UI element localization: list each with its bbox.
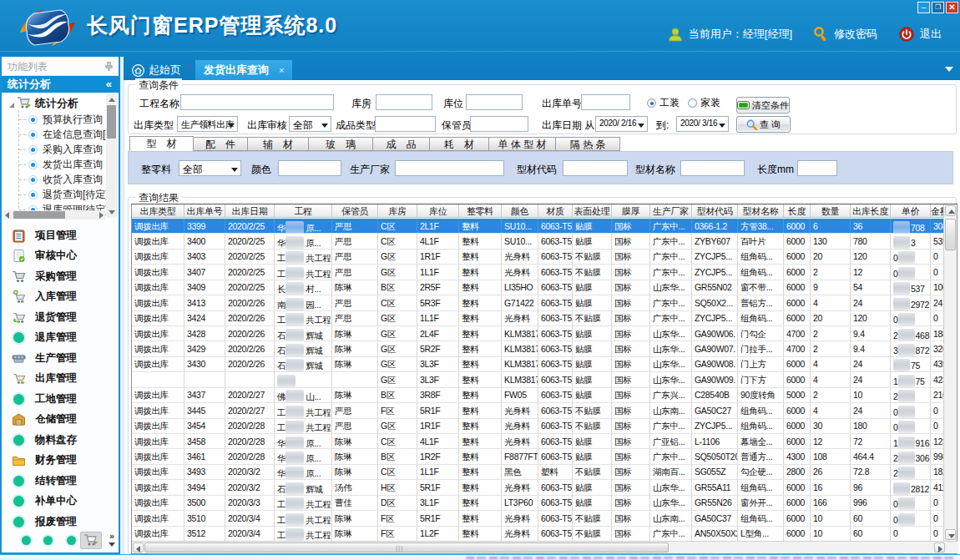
tree-item-0[interactable]: 预算执行查询 — [2, 112, 103, 127]
table-row-8[interactable]: 调拨出库34292020/2/26石辉城陈琳G区5R2F整料KLM3817606… — [132, 341, 944, 356]
profile-name-input[interactable] — [680, 160, 745, 176]
material-tab-6[interactable]: 单 体 型 材 — [489, 137, 556, 151]
column-header-6[interactable]: 库位 — [417, 204, 459, 218]
material-tab-1[interactable]: 配 件 — [194, 137, 248, 151]
window-minimize-button[interactable]: – — [917, 2, 930, 13]
material-tab-7[interactable]: 隔 热 条 — [556, 137, 620, 151]
tree-item-4[interactable]: 收货入库查询 — [2, 172, 103, 187]
table-row-17[interactable]: 调拨出库34942020/3/2石辉城汤伟H区5R1F整料光身料6063-T5贴… — [132, 480, 944, 495]
column-header-11[interactable]: 膜厚 — [612, 204, 650, 218]
scroll-left-button[interactable] — [133, 542, 144, 552]
column-header-4[interactable]: 保管员 — [332, 204, 378, 218]
profile-code-input[interactable] — [563, 160, 628, 176]
radio-gongzhuang[interactable]: 工装 — [647, 96, 680, 110]
column-header-16[interactable]: 数量 — [811, 204, 851, 218]
tab-outbound-query-active[interactable]: 发货出库查询 × — [195, 60, 292, 80]
table-row-13[interactable]: 调拨出库34542020/2/28工共工程严思G区1R1F整料光身料6063-T… — [132, 419, 944, 434]
length-input[interactable] — [797, 160, 837, 176]
sidebar-item-8[interactable]: 工地管理 — [2, 389, 119, 410]
material-tab-3[interactable]: 玻 璃 — [309, 137, 373, 151]
table-row-14[interactable]: 调拨出库34582020/2/28华原...陈琳C区4L1F整料光身料6063-… — [132, 434, 944, 449]
date-to-combo[interactable]: 2020/ 3/16 — [676, 116, 729, 132]
column-header-12[interactable]: 生产厂家 — [650, 204, 692, 218]
color-input[interactable] — [278, 160, 341, 176]
footer-cart-button[interactable] — [80, 532, 102, 549]
out-type-combo[interactable]: 生产领料出库 — [177, 116, 238, 132]
material-tab-4[interactable]: 成 品 — [373, 137, 430, 151]
scroll-right-button[interactable] — [934, 542, 945, 552]
footer-dot-icon[interactable] — [67, 536, 76, 545]
table-row-9[interactable]: 调拨出库34302020/2/26石辉城陈琳G区3L3F整料KLM3817606… — [132, 357, 944, 372]
sidebar-item-1[interactable]: 审核中心 — [2, 246, 119, 267]
table-row-18[interactable]: 调拨出库35002020/3/3工共工程曹佳D区3L1F整料LT3P606063… — [132, 496, 944, 511]
column-header-17[interactable]: 出库长度 — [851, 204, 891, 218]
column-header-0[interactable]: 出库类型 — [132, 204, 184, 218]
scroll-left-icon[interactable] — [5, 212, 9, 219]
column-header-5[interactable]: 库房 — [378, 204, 417, 218]
order-no-input[interactable] — [581, 94, 630, 110]
table-row-0[interactable]: 调拨出库33992020/2/25华原...严思C区2L1F整料SU10...6… — [132, 219, 944, 234]
column-header-3[interactable]: 工程 — [275, 204, 332, 218]
logout-link[interactable]: 退出 — [920, 27, 942, 42]
table-row-10[interactable]: G区3L3F整料KLM38176063-T5贴膜国标山东华...GA90W09.… — [132, 372, 944, 387]
date-from-combo[interactable]: 2020/ 2/16 — [595, 116, 648, 132]
sidebar-item-7[interactable]: 出库管理 — [2, 369, 119, 390]
table-row-19[interactable]: 调拨出库35102020/3/4工共工程陈琳F区5R1F整料光身料6063-T5… — [132, 511, 944, 526]
table-row-15[interactable]: 调拨出库34612020/2/28华原...陈琳B区1R2F整料F8877FT6… — [132, 449, 944, 464]
sidebar-item-12[interactable]: 结转管理 — [2, 471, 119, 492]
tree-horizontal-scrollbar[interactable] — [3, 210, 105, 219]
table-row-4[interactable]: 调拨出库34092020/2/25长村...陈琳B区2R5F整料LI35HO60… — [132, 280, 944, 295]
sidebar-item-0[interactable]: 项目管理 — [2, 225, 119, 246]
tree-item-3[interactable]: 发货出库查询 — [2, 157, 103, 172]
warehouse-input[interactable] — [376, 94, 432, 110]
grid-vertical-scrollbar[interactable] — [943, 204, 957, 542]
location-input[interactable] — [466, 94, 523, 110]
scrollbar-thumb[interactable] — [107, 105, 116, 139]
column-header-1[interactable]: 出库单号 — [184, 204, 225, 218]
table-row-16[interactable]: 调拨出库34932020/3/2华原...陈琳C区1L1F整料黑色塑料不贴膜国标… — [132, 465, 944, 480]
table-row-2[interactable]: 调拨出库34032020/2/25工共工程严思G区1R1F整料光身料6063-T… — [132, 250, 944, 265]
sidebar-item-11[interactable]: 财务管理 — [2, 451, 119, 472]
scroll-down-button[interactable] — [945, 529, 956, 540]
footer-dot-icon[interactable] — [43, 536, 53, 545]
scroll-down-icon[interactable] — [109, 210, 115, 214]
column-header-8[interactable]: 颜色 — [502, 204, 538, 218]
sidebar-item-13[interactable]: 补单中心 — [2, 492, 119, 512]
column-header-7[interactable]: 整零料 — [459, 204, 502, 218]
pin-icon[interactable] — [104, 62, 114, 72]
footer-more-button[interactable]: » — [109, 532, 115, 547]
table-row-6[interactable]: 调拨出库34242020/2/26工共工程严思G区1L1F整料光身料6063-T… — [132, 311, 944, 326]
table-row-11[interactable]: 调拨出库34372020/2/27佛山...陈琳B区3R8F整料FW056063… — [132, 388, 944, 403]
sidebar-item-6[interactable]: 生产管理 — [2, 348, 119, 369]
clear-conditions-button[interactable]: 清空条件 — [736, 97, 790, 114]
sidebar-group-header-statistics[interactable]: 统计分析 « — [2, 76, 119, 93]
scroll-up-icon[interactable] — [109, 98, 115, 102]
material-tab-0[interactable]: 型 材 — [129, 136, 194, 151]
grid-horizontal-scrollbar[interactable]: ||| — [132, 541, 958, 553]
sidebar-item-14[interactable]: 报废管理 — [2, 512, 119, 532]
footer-dot-icon[interactable] — [22, 536, 31, 545]
table-row-12[interactable]: 调拨出库34452020/2/27工共工程严思F区5R1F整料光身料6063-T… — [132, 403, 944, 418]
keeper-input[interactable] — [470, 116, 528, 132]
sidebar-item-10[interactable]: 物料盘存 — [2, 430, 119, 451]
column-header-14[interactable]: 型材名称 — [738, 204, 784, 218]
table-row-20[interactable]: 调拨出库35122020/3/4工共工程陈琳F区1L2F整料光身料6063-T5… — [132, 527, 944, 542]
project-name-input[interactable] — [180, 94, 334, 110]
window-maximize-button[interactable]: ❐ — [932, 2, 944, 13]
radio-jiazhuang[interactable]: 家装 — [688, 96, 720, 110]
scrollbar-thumb[interactable] — [945, 219, 956, 250]
tree-root-statistics[interactable]: 统计分析 — [2, 94, 78, 112]
column-header-13[interactable]: 型材代码 — [692, 204, 738, 218]
column-header-9[interactable]: 材质 — [538, 204, 573, 218]
material-tab-5[interactable]: 耗 材 — [430, 137, 489, 151]
sidebar-item-9[interactable]: 仓储管理 — [2, 410, 119, 431]
table-row-1[interactable]: 调拨出库34002020/2/25华原...严思C区4L1F整料SU10...6… — [132, 234, 944, 249]
tree-item-1[interactable]: 在途信息查询[待 — [2, 127, 115, 142]
window-close-button[interactable]: ✕ — [946, 2, 958, 13]
table-row-5[interactable]: 调拨出库34132020/2/26南园...严思C区5R3F整料G7142260… — [132, 295, 944, 310]
tab-home-page[interactable]: 起始页 — [127, 60, 189, 80]
scroll-right-icon[interactable] — [99, 212, 104, 219]
whole-piece-combo[interactable]: 全部 — [179, 160, 241, 176]
tab-list-dropdown-icon[interactable] — [945, 67, 953, 72]
sidebar-item-5[interactable]: 退库管理 — [2, 328, 119, 349]
